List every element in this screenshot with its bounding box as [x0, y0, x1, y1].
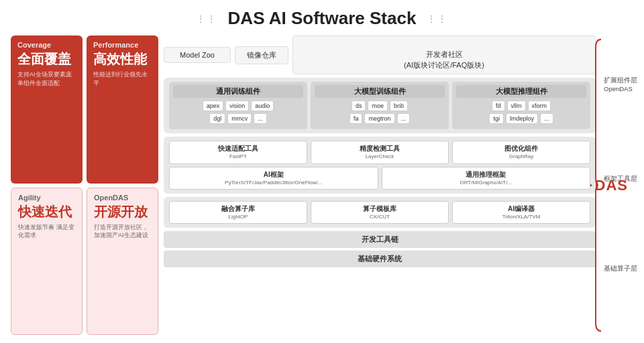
- general-row2: dgl mmcv ...: [173, 113, 303, 124]
- op-template-sub: CK/CUT: [315, 214, 444, 220]
- right-labels-col: 扩展组件层OpenDAS 框架工具层 基础算子层 · DAS: [598, 36, 633, 335]
- general-training-title: 通用训练组件: [173, 85, 303, 98]
- performance-desc: 性能达到行业领先水平: [93, 70, 152, 87]
- tag-ds: ds: [352, 100, 366, 111]
- dev-community-item: 开发者社区 (AI版块讨论区/FAQ版块): [292, 36, 596, 74]
- graphray-box: 图优化组件 GraphRay: [452, 141, 590, 163]
- ai-framework-box: AI框架 PyTorch/TF/Jax/Paddle/Jittor/OneFlo…: [169, 167, 378, 190]
- ai-compiler-box: AI编译器 Triton/XLA/TVM: [452, 201, 590, 224]
- tag-xform: xform: [528, 100, 551, 111]
- framework-section: 快速适配工具 FastPT 精度检测工具 LayerCheck 图优化组件 Gr…: [164, 137, 596, 194]
- large-model-training-col: 大模型训练组件 ds moe bnb fa megtron ...: [311, 82, 449, 129]
- inference-framework-title: 通用推理框架: [386, 170, 586, 180]
- performance-en: Performance: [93, 41, 152, 49]
- layercheck-title: 精度检测工具: [315, 144, 444, 153]
- expand-layer-label: 扩展组件层OpenDAS: [604, 76, 633, 94]
- ai-framework-sub: PyTorch/TF/Jax/Paddle/Jittor/OneFlow/...: [174, 180, 374, 186]
- title-row: ⋮⋮ DAS AI Software Stack ⋮⋮: [11, 8, 633, 29]
- tag-dots1: ...: [254, 113, 267, 124]
- coverage-zh: 全面覆盖: [17, 52, 76, 66]
- tag-audio: audio: [251, 100, 274, 111]
- opendas-zh: 开源开放: [94, 204, 151, 219]
- tag-dgl: dgl: [209, 113, 225, 124]
- card-agility: Agility 快速迭代 快速发版节奏 满足变化需求: [11, 188, 83, 336]
- hw-system-bar: 基础硬件系统: [164, 251, 596, 267]
- opendas-en: OpenDAS: [94, 194, 151, 202]
- card-coverage: Coverage 全面覆盖 支持AI全场景要素庞 单组件全面适配: [11, 36, 83, 184]
- das-logo: · DAS: [590, 177, 628, 194]
- left-panel: Coverage 全面覆盖 支持AI全场景要素庞 单组件全面适配 Perform…: [11, 36, 158, 335]
- das-bullet: ·: [590, 180, 593, 192]
- lmt-row1: ds moe bnb: [315, 100, 445, 111]
- ai-compiler-sub: Triton/XLA/TVM: [457, 214, 586, 220]
- training-grid: 通用训练组件 apex vision audio dgl mmcv ...: [169, 82, 590, 129]
- fusion-op-title: 融合算子库: [174, 204, 303, 214]
- lmi-row1: fd vllm xform: [456, 100, 586, 111]
- fusion-op-box: 融合算子库 LightOP: [169, 201, 307, 224]
- page: ⋮⋮ DAS AI Software Stack ⋮⋮ Coverage 全面覆…: [0, 0, 644, 343]
- agility-desc: 快速发版节奏 满足变化需求: [18, 223, 75, 240]
- tag-megtron: megtron: [364, 113, 394, 124]
- training-section: 通用训练组件 apex vision audio dgl mmcv ...: [164, 78, 596, 133]
- mirror-repo-item: 镜像仓库: [235, 46, 288, 64]
- graphray-sub: GraphRay: [457, 153, 586, 160]
- tag-dots2: ...: [397, 113, 411, 124]
- op-template-title: 算子模板库: [315, 204, 444, 214]
- compute-grid: 融合算子库 LightOP 算子模板库 CK/CUT AI编译器 Triton/…: [169, 201, 590, 224]
- tag-tgi: tgi: [489, 113, 504, 124]
- tag-vision: vision: [225, 100, 249, 111]
- compute-section: 融合算子库 LightOP 算子模板库 CK/CUT AI编译器 Triton/…: [164, 197, 596, 228]
- op-template-box: 算子模板库 CK/CUT: [311, 201, 449, 224]
- general-row1: apex vision audio: [173, 100, 303, 111]
- tag-apex: apex: [203, 100, 224, 111]
- lmi-row2: tgi lmdeploy ...: [456, 113, 586, 124]
- inference-framework-box: 通用推理框架 ORT/MIGraphx/AIT/...: [382, 167, 591, 190]
- tag-mmcv: mmcv: [227, 113, 252, 124]
- tag-dots3: ...: [540, 113, 553, 124]
- ai-framework-title: AI框架: [174, 170, 374, 180]
- lmt-row2: fa megtron ...: [315, 113, 445, 124]
- tag-fd: fd: [492, 100, 505, 111]
- right-panel: Model Zoo 镜像仓库 开发者社区 (AI版块讨论区/FAQ版块) 通用训…: [164, 36, 596, 335]
- performance-zh: 高效性能: [93, 52, 152, 66]
- top-bar: Model Zoo 镜像仓库 开发者社区 (AI版块讨论区/FAQ版块): [164, 36, 596, 74]
- tag-lmdeploy: lmdeploy: [506, 113, 538, 124]
- tag-bnb: bnb: [390, 100, 408, 111]
- tag-vllm: vllm: [507, 100, 526, 111]
- bottom-bars: 开发工具链 基础硬件系统: [164, 231, 596, 267]
- dev-toolchain-bar: 开发工具链: [164, 231, 596, 248]
- graphray-title: 图优化组件: [457, 144, 586, 153]
- fw-tools-grid: 快速适配工具 FastPT 精度检测工具 LayerCheck 图优化组件 Gr…: [169, 141, 590, 163]
- fastpt-sub: FastPT: [174, 153, 303, 160]
- right-wrapper: Model Zoo 镜像仓库 开发者社区 (AI版块讨论区/FAQ版块) 通用训…: [164, 36, 633, 335]
- compute-layer-label: 基础算子层: [604, 264, 633, 273]
- large-training-title: 大模型训练组件: [315, 85, 445, 98]
- coverage-desc: 支持AI全场景要素庞 单组件全面适配: [17, 70, 76, 87]
- card-performance: Performance 高效性能 性能达到行业领先水平: [87, 36, 158, 184]
- page-title: DAS AI Software Stack: [228, 8, 417, 29]
- fusion-op-sub: LightOP: [174, 214, 303, 220]
- layercheck-sub: LayerCheck: [315, 153, 444, 160]
- agility-en: Agility: [18, 194, 75, 202]
- model-zoo-item: Model Zoo: [164, 47, 231, 63]
- das-text: DAS: [595, 177, 628, 194]
- coverage-en: Coverage: [17, 41, 76, 49]
- opendas-desc: 打造开源开放社区， 加速国产AI生态建设: [94, 223, 151, 240]
- layercheck-box: 精度检测工具 LayerCheck: [311, 141, 449, 163]
- general-training-col: 通用训练组件 apex vision audio dgl mmcv ...: [169, 82, 307, 129]
- fw-bottom-grid: AI框架 PyTorch/TF/Jax/Paddle/Jittor/OneFlo…: [169, 167, 590, 190]
- tag-moe: moe: [368, 100, 388, 111]
- fastpt-box: 快速适配工具 FastPT: [169, 141, 307, 163]
- agility-zh: 快速迭代: [18, 204, 75, 219]
- card-opendas: OpenDAS 开源开放 打造开源开放社区， 加速国产AI生态建设: [87, 188, 158, 336]
- dots-right-icon: ⋮⋮: [427, 13, 448, 24]
- large-model-inference-col: 大模型推理组件 fd vllm xform tgi lmdeploy ...: [452, 82, 590, 129]
- fastpt-title: 快速适配工具: [174, 144, 303, 153]
- dots-left-icon: ⋮⋮: [196, 13, 217, 24]
- ai-compiler-title: AI编译器: [457, 204, 586, 214]
- inference-framework-sub: ORT/MIGraphx/AIT/...: [386, 180, 586, 186]
- large-inference-title: 大模型推理组件: [456, 85, 586, 98]
- main-content: Coverage 全面覆盖 支持AI全场景要素庞 单组件全面适配 Perform…: [11, 36, 633, 335]
- tag-fa: fa: [350, 113, 363, 124]
